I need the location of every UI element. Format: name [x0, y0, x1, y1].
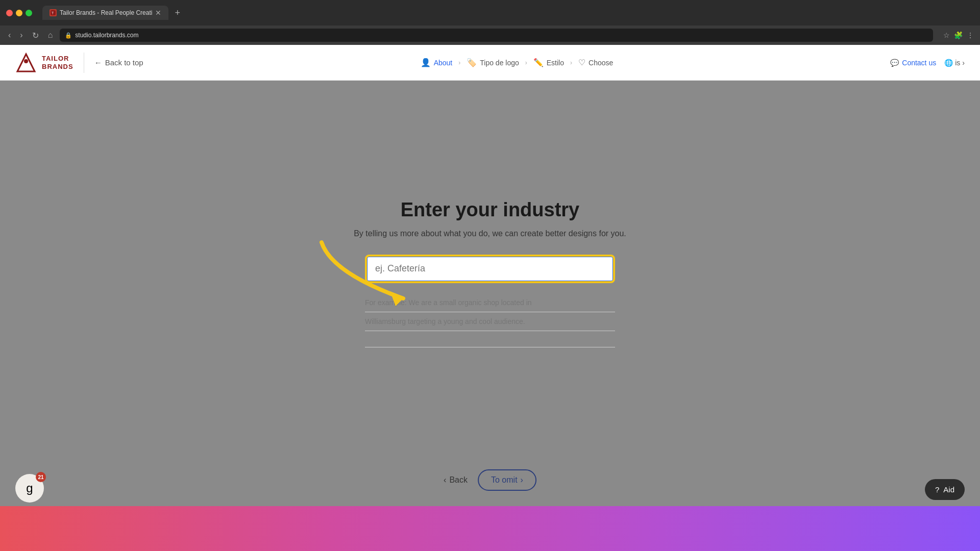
logo-area: TAILOR BRANDS: [15, 52, 74, 73]
tab-favicon: T: [50, 9, 57, 16]
aid-button[interactable]: ? Aid: [925, 479, 965, 500]
logo-type-label: Tipo de logo: [480, 59, 519, 67]
nav-step-choose[interactable]: ♡ Choose: [578, 58, 613, 67]
address-bar[interactable]: 🔒 studio.tailorbrands.com: [60, 29, 933, 42]
nav-step-estilo[interactable]: ✏️ Estilo: [533, 58, 564, 67]
maximize-button[interactable]: [26, 10, 32, 16]
suggestion-item[interactable]: For example: We are a small organic shop…: [365, 293, 615, 312]
chevron-3: ›: [570, 59, 572, 66]
user-avatar-container[interactable]: g 21: [15, 474, 44, 503]
tab-close-icon[interactable]: ✕: [155, 9, 161, 17]
back-chevron-icon: ‹: [444, 475, 446, 485]
navbar-divider: [84, 53, 84, 73]
app-container: TAILOR BRANDS ← Back to top 👤 About › 🏷️…: [0, 45, 980, 551]
main-content: Enter your industry By telling us more a…: [0, 81, 980, 506]
estilo-label: Estilo: [547, 59, 564, 67]
industry-input[interactable]: [365, 255, 615, 283]
suggestions-list: For example: We are a small organic shop…: [365, 293, 615, 347]
nav-right: 💬 Contact us 🌐 is ›: [890, 59, 965, 67]
back-to-top-link[interactable]: ← Back to top: [94, 58, 143, 67]
logo-text: TAILOR BRANDS: [42, 55, 74, 70]
notification-count: 21: [38, 474, 43, 480]
input-wrapper: [365, 255, 615, 283]
bottom-nav: ‹ Back To omit ›: [444, 469, 536, 491]
page-subtitle: By telling us more about what you do, we…: [354, 229, 626, 238]
logo-icon: [15, 52, 37, 73]
browser-actions: ☆ 🧩 ⋮: [943, 31, 974, 39]
avatar-icon: g: [26, 481, 33, 495]
user-avatar: g 21: [15, 474, 44, 503]
chevron-1: ›: [458, 59, 460, 66]
about-icon: 👤: [421, 58, 431, 67]
choose-label: Choose: [589, 59, 613, 67]
back-to-top-label: Back to top: [105, 58, 143, 67]
close-button[interactable]: [6, 10, 13, 16]
browser-home-button[interactable]: ⌂: [46, 29, 55, 42]
chevron-down-icon: ›: [962, 59, 965, 67]
contact-us-label: Contact us: [902, 59, 936, 67]
back-label: Back: [449, 475, 468, 485]
omit-button[interactable]: To omit ›: [478, 469, 536, 491]
aid-label: Aid: [943, 485, 954, 494]
nav-step-about[interactable]: 👤 About: [421, 58, 453, 67]
url-text: studio.tailorbrands.com: [75, 32, 138, 39]
browser-chrome: T Tailor Brands - Real People Creati ✕ +: [0, 0, 980, 26]
svg-point-4: [24, 59, 28, 63]
bookmark-icon[interactable]: ☆: [943, 31, 950, 39]
chevron-2: ›: [525, 59, 527, 66]
nav-step-logo-type[interactable]: 🏷️ Tipo de logo: [467, 58, 519, 67]
page-title: Enter your industry: [401, 199, 580, 221]
browser-tab[interactable]: T Tailor Brands - Real People Creati ✕: [42, 6, 168, 20]
address-bar-row: ‹ › ↻ ⌂ 🔒 studio.tailorbrands.com ☆ 🧩 ⋮: [0, 26, 980, 45]
omit-chevron-icon: ›: [521, 475, 523, 485]
notification-badge: 21: [36, 472, 46, 482]
arrow-left-icon: ←: [94, 58, 102, 67]
extensions-icon[interactable]: 🧩: [954, 31, 963, 39]
contact-us-link[interactable]: 💬 Contact us: [890, 59, 936, 67]
new-tab-button[interactable]: +: [170, 6, 184, 20]
svg-text:T: T: [52, 11, 54, 15]
browser-back-button[interactable]: ‹: [6, 29, 13, 42]
navbar: TAILOR BRANDS ← Back to top 👤 About › 🏷️…: [0, 45, 980, 81]
browser-refresh-button[interactable]: ↻: [30, 29, 41, 42]
tab-bar: T Tailor Brands - Real People Creati ✕ +: [42, 6, 184, 20]
traffic-lights: [6, 10, 32, 16]
omit-label: To omit: [491, 475, 518, 485]
browser-forward-button[interactable]: ›: [18, 29, 24, 42]
minimize-button[interactable]: [16, 10, 22, 16]
nav-steps: 👤 About › 🏷️ Tipo de logo › ✏️ Estilo › …: [143, 58, 891, 67]
tab-title: Tailor Brands - Real People Creati: [60, 9, 152, 16]
suggestion-item[interactable]: Williamsburg targeting a young and cool …: [365, 312, 615, 331]
choose-icon: ♡: [578, 58, 585, 67]
menu-icon[interactable]: ⋮: [967, 31, 974, 39]
logo-type-icon: 🏷️: [467, 58, 477, 67]
bottom-gradient-bar: [0, 506, 980, 551]
question-icon: ?: [935, 485, 939, 494]
lang-label: is: [955, 59, 960, 67]
suggestion-item-empty: [365, 331, 615, 347]
globe-icon: 🌐: [944, 59, 953, 67]
lock-icon: 🔒: [65, 32, 72, 39]
estilo-icon: ✏️: [533, 58, 544, 67]
chat-icon: 💬: [890, 59, 899, 67]
language-selector[interactable]: 🌐 is ›: [944, 59, 965, 67]
about-label: About: [434, 59, 453, 67]
back-button[interactable]: ‹ Back: [444, 475, 468, 485]
